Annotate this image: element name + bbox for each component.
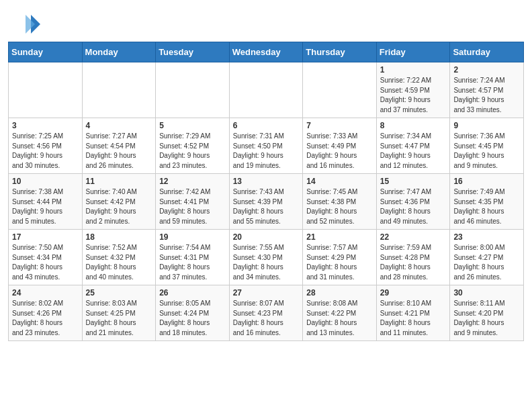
calendar-cell: 2Sunrise: 7:24 AM Sunset: 4:57 PM Daylig… xyxy=(450,62,524,118)
calendar-cell xyxy=(9,62,83,118)
calendar-cell: 20Sunrise: 7:55 AM Sunset: 4:30 PM Dayli… xyxy=(229,230,303,285)
day-number: 27 xyxy=(233,288,300,298)
day-info: Sunrise: 7:52 AM Sunset: 4:32 PM Dayligh… xyxy=(86,243,152,282)
week-row-3: 10Sunrise: 7:38 AM Sunset: 4:44 PM Dayli… xyxy=(9,174,524,230)
day-number: 7 xyxy=(306,121,373,130)
day-number: 20 xyxy=(233,232,300,242)
weekday-header-thursday: Thursday xyxy=(303,42,377,62)
day-info: Sunrise: 8:03 AM Sunset: 4:25 PM Dayligh… xyxy=(86,299,152,338)
calendar-cell: 16Sunrise: 7:49 AM Sunset: 4:35 PM Dayli… xyxy=(450,174,524,230)
calendar-cell: 23Sunrise: 8:00 AM Sunset: 4:27 PM Dayli… xyxy=(450,230,524,285)
day-info: Sunrise: 8:07 AM Sunset: 4:23 PM Dayligh… xyxy=(233,299,300,338)
calendar-cell: 17Sunrise: 7:50 AM Sunset: 4:34 PM Dayli… xyxy=(9,230,83,285)
calendar-cell: 28Sunrise: 8:08 AM Sunset: 4:22 PM Dayli… xyxy=(303,285,377,341)
day-number: 4 xyxy=(86,121,152,130)
day-info: Sunrise: 8:05 AM Sunset: 4:24 PM Dayligh… xyxy=(159,299,226,338)
day-number: 25 xyxy=(86,288,152,298)
day-info: Sunrise: 7:36 AM Sunset: 4:45 PM Dayligh… xyxy=(453,132,520,171)
calendar-cell: 7Sunrise: 7:33 AM Sunset: 4:49 PM Daylig… xyxy=(303,118,377,174)
calendar-cell: 24Sunrise: 8:02 AM Sunset: 4:26 PM Dayli… xyxy=(9,285,83,341)
day-info: Sunrise: 7:43 AM Sunset: 4:39 PM Dayligh… xyxy=(233,187,300,226)
day-info: Sunrise: 7:57 AM Sunset: 4:29 PM Dayligh… xyxy=(306,243,373,282)
day-info: Sunrise: 7:47 AM Sunset: 4:36 PM Dayligh… xyxy=(380,187,447,226)
day-number: 18 xyxy=(86,232,152,242)
calendar-cell xyxy=(82,62,156,118)
weekday-header-wednesday: Wednesday xyxy=(229,42,303,62)
weekday-header-monday: Monday xyxy=(82,42,156,62)
day-info: Sunrise: 8:02 AM Sunset: 4:26 PM Dayligh… xyxy=(12,299,79,338)
day-info: Sunrise: 7:27 AM Sunset: 4:54 PM Dayligh… xyxy=(86,132,152,171)
day-number: 13 xyxy=(233,177,300,186)
logo-icon xyxy=(16,12,40,36)
calendar-cell: 25Sunrise: 8:03 AM Sunset: 4:25 PM Dayli… xyxy=(82,285,156,341)
calendar-container: SundayMondayTuesdayWednesdayThursdayFrid… xyxy=(0,42,532,349)
calendar-cell xyxy=(229,62,303,118)
day-number: 1 xyxy=(380,65,447,75)
day-info: Sunrise: 7:54 AM Sunset: 4:31 PM Dayligh… xyxy=(159,243,226,282)
day-number: 22 xyxy=(380,232,447,242)
calendar-cell: 6Sunrise: 7:31 AM Sunset: 4:50 PM Daylig… xyxy=(229,118,303,174)
calendar-cell: 5Sunrise: 7:29 AM Sunset: 4:52 PM Daylig… xyxy=(156,118,230,174)
day-info: Sunrise: 7:50 AM Sunset: 4:34 PM Dayligh… xyxy=(12,243,79,282)
weekday-header-saturday: Saturday xyxy=(450,42,524,62)
day-number: 21 xyxy=(306,232,373,242)
day-number: 3 xyxy=(12,121,79,130)
day-number: 11 xyxy=(86,177,152,186)
calendar-cell: 27Sunrise: 8:07 AM Sunset: 4:23 PM Dayli… xyxy=(229,285,303,341)
calendar-cell: 14Sunrise: 7:45 AM Sunset: 4:38 PM Dayli… xyxy=(303,174,377,230)
week-row-5: 24Sunrise: 8:02 AM Sunset: 4:26 PM Dayli… xyxy=(9,285,524,341)
day-number: 8 xyxy=(380,121,447,130)
day-number: 30 xyxy=(453,288,520,298)
day-number: 29 xyxy=(380,288,447,298)
calendar-body: 1Sunrise: 7:22 AM Sunset: 4:59 PM Daylig… xyxy=(9,62,524,341)
calendar-cell: 4Sunrise: 7:27 AM Sunset: 4:54 PM Daylig… xyxy=(82,118,156,174)
day-info: Sunrise: 7:42 AM Sunset: 4:41 PM Dayligh… xyxy=(159,187,226,226)
calendar-cell: 13Sunrise: 7:43 AM Sunset: 4:39 PM Dayli… xyxy=(229,174,303,230)
day-number: 26 xyxy=(159,288,226,298)
calendar-cell: 26Sunrise: 8:05 AM Sunset: 4:24 PM Dayli… xyxy=(156,285,230,341)
day-number: 23 xyxy=(453,232,520,242)
day-number: 15 xyxy=(380,177,447,186)
day-info: Sunrise: 7:45 AM Sunset: 4:38 PM Dayligh… xyxy=(306,187,373,226)
calendar-cell: 9Sunrise: 7:36 AM Sunset: 4:45 PM Daylig… xyxy=(450,118,524,174)
day-number: 17 xyxy=(12,232,79,242)
calendar-cell: 29Sunrise: 8:10 AM Sunset: 4:21 PM Dayli… xyxy=(376,285,450,341)
day-number: 12 xyxy=(159,177,226,186)
calendar-cell: 22Sunrise: 7:59 AM Sunset: 4:28 PM Dayli… xyxy=(376,230,450,285)
calendar-cell: 8Sunrise: 7:34 AM Sunset: 4:47 PM Daylig… xyxy=(376,118,450,174)
weekday-header-sunday: Sunday xyxy=(9,42,83,62)
calendar-cell: 21Sunrise: 7:57 AM Sunset: 4:29 PM Dayli… xyxy=(303,230,377,285)
calendar-cell: 19Sunrise: 7:54 AM Sunset: 4:31 PM Dayli… xyxy=(156,230,230,285)
day-number: 2 xyxy=(453,65,520,75)
calendar-cell: 12Sunrise: 7:42 AM Sunset: 4:41 PM Dayli… xyxy=(156,174,230,230)
week-row-2: 3Sunrise: 7:25 AM Sunset: 4:56 PM Daylig… xyxy=(9,118,524,174)
calendar-cell: 10Sunrise: 7:38 AM Sunset: 4:44 PM Dayli… xyxy=(9,174,83,230)
day-info: Sunrise: 8:08 AM Sunset: 4:22 PM Dayligh… xyxy=(306,299,373,338)
calendar-cell: 18Sunrise: 7:52 AM Sunset: 4:32 PM Dayli… xyxy=(82,230,156,285)
day-info: Sunrise: 7:31 AM Sunset: 4:50 PM Dayligh… xyxy=(233,132,300,171)
day-info: Sunrise: 7:55 AM Sunset: 4:30 PM Dayligh… xyxy=(233,243,300,282)
day-info: Sunrise: 8:11 AM Sunset: 4:20 PM Dayligh… xyxy=(453,299,520,338)
day-number: 9 xyxy=(453,121,520,130)
calendar-cell xyxy=(303,62,377,118)
calendar-table: SundayMondayTuesdayWednesdayThursdayFrid… xyxy=(8,42,524,341)
day-info: Sunrise: 7:25 AM Sunset: 4:56 PM Dayligh… xyxy=(12,132,79,171)
calendar-cell: 15Sunrise: 7:47 AM Sunset: 4:36 PM Dayli… xyxy=(376,174,450,230)
day-info: Sunrise: 7:40 AM Sunset: 4:42 PM Dayligh… xyxy=(86,187,152,226)
calendar-cell: 11Sunrise: 7:40 AM Sunset: 4:42 PM Dayli… xyxy=(82,174,156,230)
day-info: Sunrise: 7:22 AM Sunset: 4:59 PM Dayligh… xyxy=(380,76,447,115)
day-info: Sunrise: 7:29 AM Sunset: 4:52 PM Dayligh… xyxy=(159,132,226,171)
day-number: 10 xyxy=(12,177,79,186)
day-number: 6 xyxy=(233,121,300,130)
page-header xyxy=(0,0,532,42)
day-number: 5 xyxy=(159,121,226,130)
weekday-header-friday: Friday xyxy=(376,42,450,62)
calendar-cell: 30Sunrise: 8:11 AM Sunset: 4:20 PM Dayli… xyxy=(450,285,524,341)
day-number: 24 xyxy=(12,288,79,298)
day-info: Sunrise: 7:59 AM Sunset: 4:28 PM Dayligh… xyxy=(380,243,447,282)
day-info: Sunrise: 8:10 AM Sunset: 4:21 PM Dayligh… xyxy=(380,299,447,338)
week-row-4: 17Sunrise: 7:50 AM Sunset: 4:34 PM Dayli… xyxy=(9,230,524,285)
day-info: Sunrise: 8:00 AM Sunset: 4:27 PM Dayligh… xyxy=(453,243,520,282)
day-info: Sunrise: 7:34 AM Sunset: 4:47 PM Dayligh… xyxy=(380,132,447,171)
weekday-header-row: SundayMondayTuesdayWednesdayThursdayFrid… xyxy=(9,42,524,62)
